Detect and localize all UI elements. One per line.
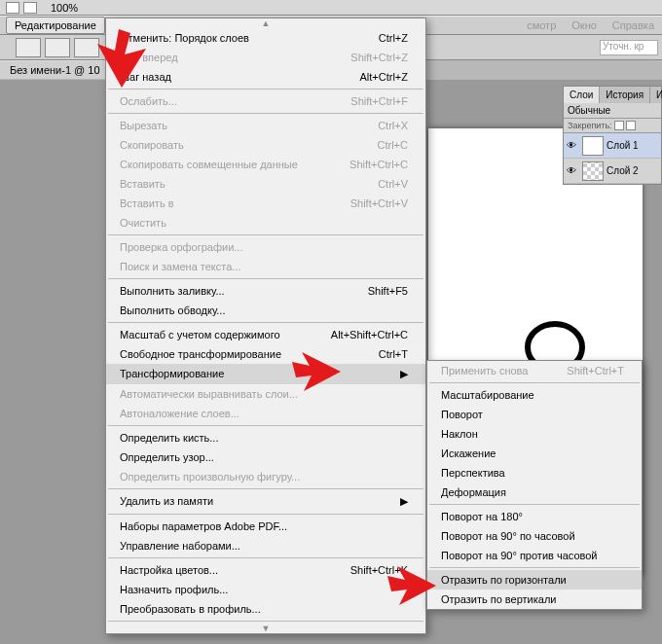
layer-row[interactable]: 👁 Слой 1 xyxy=(564,133,661,159)
submenu-rotate[interactable]: Поворот xyxy=(427,405,642,424)
menu-pdf-presets[interactable]: Наборы параметров Adobe PDF... xyxy=(106,517,425,536)
menu-transform[interactable]: Трансформирование▶ xyxy=(106,364,425,384)
menu-copy-merged[interactable]: Скопировать совмещенные данныеShift+Ctrl… xyxy=(106,155,425,174)
submenu-arrow-icon: ▶ xyxy=(400,495,408,508)
edit-dropdown: ▲ Отменить: Порядок слоевCtrl+Z Шаг впер… xyxy=(105,18,426,634)
tab-info[interactable]: И xyxy=(650,87,662,103)
scroll-up-icon[interactable]: ▲ xyxy=(106,18,425,28)
lock-row: Закрепить: xyxy=(564,119,661,133)
submenu-flip-vertical[interactable]: Отразить по вертикали xyxy=(427,590,642,609)
tab-layers[interactable]: Слои xyxy=(564,87,600,103)
menu-edit[interactable]: Редактирование xyxy=(6,17,105,34)
separator xyxy=(108,89,423,89)
svg-marker-6 xyxy=(97,29,146,88)
separator xyxy=(108,234,423,235)
toolbar-button[interactable] xyxy=(74,38,99,57)
submenu-skew[interactable]: Наклон xyxy=(427,424,642,444)
menu-step-forward[interactable]: Шаг впередShift+Ctrl+Z xyxy=(106,48,425,67)
layer-thumbnail[interactable] xyxy=(582,136,604,156)
lock-position-icon[interactable] xyxy=(626,121,636,130)
svg-marker-7 xyxy=(292,352,341,391)
tab-history[interactable]: История xyxy=(600,87,650,103)
submenu-warp[interactable]: Деформация xyxy=(427,483,642,502)
toolbar-button[interactable] xyxy=(45,38,70,57)
menu-copy[interactable]: СкопироватьCtrl+C xyxy=(106,135,425,155)
menu-find-replace[interactable]: Поиск и замена текста... xyxy=(106,257,425,276)
menu-step-backward[interactable]: Шаг назадAlt+Ctrl+Z xyxy=(106,67,425,87)
separator xyxy=(108,557,423,558)
separator xyxy=(108,322,423,323)
separator xyxy=(429,567,640,568)
svg-marker-8 xyxy=(387,566,436,605)
submenu-rotate-180[interactable]: Поворот на 180° xyxy=(427,507,642,526)
menu-cut[interactable]: ВырезатьCtrl+X xyxy=(106,116,425,135)
menu-fade[interactable]: Ослабить...Shift+Ctrl+F xyxy=(106,91,425,111)
submenu-apply-again[interactable]: Применить сноваShift+Ctrl+T xyxy=(427,361,642,380)
submenu-flip-horizontal[interactable]: Отразить по горизонтали xyxy=(427,570,642,590)
menu-auto-align[interactable]: Автоматически выравнивать слои... xyxy=(106,384,425,404)
menu-help[interactable]: Справка xyxy=(605,18,662,33)
menu-assign-profile[interactable]: Назначить профиль... xyxy=(106,580,425,599)
panel-tabs: Слои История И xyxy=(564,87,661,103)
visibility-icon[interactable]: 👁 xyxy=(564,140,579,151)
menu-clear[interactable]: Очистить xyxy=(106,213,425,233)
menu-paste[interactable]: ВставитьCtrl+V xyxy=(106,174,425,194)
submenu-perspective[interactable]: Перспектива xyxy=(427,463,642,483)
document-tab[interactable]: Без имени-1 @ 10 xyxy=(0,60,111,79)
separator xyxy=(108,113,423,114)
menu-purge[interactable]: Удалить из памяти▶ xyxy=(106,491,425,512)
separator xyxy=(108,488,423,489)
menu-stroke[interactable]: Выполнить обводку... xyxy=(106,301,425,320)
zoom-level[interactable]: 100% xyxy=(51,2,78,14)
toolbar-button[interactable] xyxy=(16,38,41,57)
layer-row[interactable]: 👁 Слой 2 xyxy=(564,159,661,184)
menu-define-brush[interactable]: Определить кисть... xyxy=(106,428,425,447)
layer-name[interactable]: Слой 2 xyxy=(607,165,639,176)
menu-auto-blend[interactable]: Автоналожение слоев... xyxy=(106,404,425,423)
menu-free-transform[interactable]: Свободное трансформированиеCtrl+T xyxy=(106,344,425,364)
menu-fill[interactable]: Выполнить заливку...Shift+F5 xyxy=(106,281,425,301)
separator xyxy=(108,621,423,622)
menu-convert-profile[interactable]: Преобразовать в профиль... xyxy=(106,599,425,619)
menu-define-pattern[interactable]: Определить узор... xyxy=(106,447,425,467)
visibility-icon[interactable]: 👁 xyxy=(564,165,579,176)
menu-view[interactable]: смотр xyxy=(519,18,564,33)
scroll-down-icon[interactable]: ▼ xyxy=(106,624,425,633)
submenu-rotate-90-ccw[interactable]: Поворот на 90° против часовой xyxy=(427,546,642,565)
submenu-distort[interactable]: Искажение xyxy=(427,444,642,463)
layer-thumbnail[interactable] xyxy=(582,161,604,181)
submenu-rotate-90-cw[interactable]: Поворот на 90° по часовой xyxy=(427,526,642,546)
toolbar-icon[interactable] xyxy=(23,2,37,14)
lock-pixels-icon[interactable] xyxy=(614,121,624,130)
menu-spelling[interactable]: Проверка орфографии... xyxy=(106,237,425,257)
menu-paste-into[interactable]: Вставить вShift+Ctrl+V xyxy=(106,194,425,213)
layers-panel: Слои История И Обычные Закрепить: 👁 Слой… xyxy=(563,86,662,185)
separator xyxy=(108,278,423,279)
separator xyxy=(108,425,423,426)
separator xyxy=(108,514,423,515)
blend-mode-dropdown[interactable]: Обычные xyxy=(564,103,661,119)
submenu-scale[interactable]: Масштабирование xyxy=(427,385,642,405)
layer-name[interactable]: Слой 1 xyxy=(607,140,639,151)
menu-content-aware-scale[interactable]: Масштаб с учетом содержимогоAlt+Shift+Ct… xyxy=(106,325,425,344)
menu-define-shape[interactable]: Определить произвольную фигуру... xyxy=(106,467,425,486)
transform-submenu: Применить сноваShift+Ctrl+T Масштабирова… xyxy=(426,360,643,610)
lock-label: Закрепить: xyxy=(568,121,612,130)
top-icon-bar: 100% xyxy=(0,0,662,16)
refine-hint[interactable]: Уточн. кр xyxy=(600,40,658,55)
toolbar-icon[interactable] xyxy=(6,2,19,14)
separator xyxy=(429,382,640,383)
menu-window[interactable]: Окно xyxy=(564,18,605,33)
menu-color-settings[interactable]: Настройка цветов...Shift+Ctrl+K xyxy=(106,560,425,580)
separator xyxy=(429,504,640,505)
menu-preset-manager[interactable]: Управление наборами... xyxy=(106,536,425,555)
submenu-arrow-icon: ▶ xyxy=(400,368,408,380)
menu-undo[interactable]: Отменить: Порядок слоевCtrl+Z xyxy=(106,28,425,48)
